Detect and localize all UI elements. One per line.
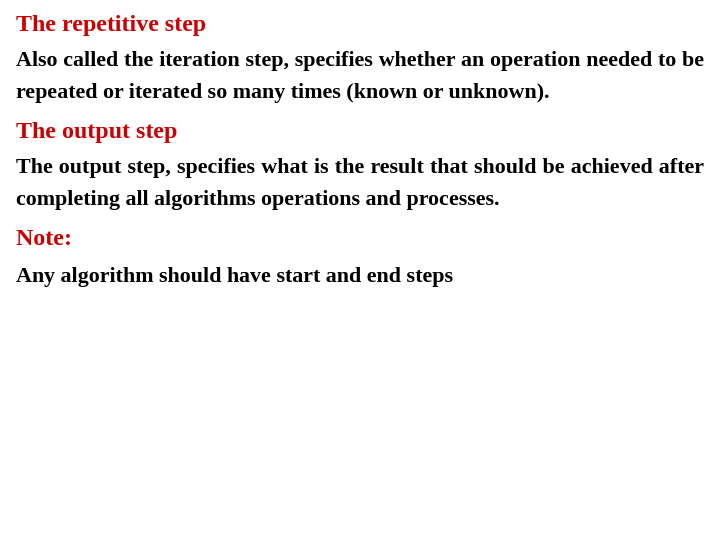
section-output-step: The output step The output step, specifi…	[16, 117, 704, 214]
paragraph-note: Any algorithm should have start and end …	[16, 259, 704, 291]
section-note: Note: Any algorithm should have start an…	[16, 224, 704, 291]
paragraph-output-step: The output step, specifies what is the r…	[16, 150, 704, 214]
page-content: The repetitive step Also called the iter…	[16, 10, 704, 290]
heading-note: Note:	[16, 224, 704, 251]
heading-output-step: The output step	[16, 117, 704, 144]
heading-repetitive-step: The repetitive step	[16, 10, 704, 37]
paragraph-repetitive-step: Also called the iteration step, specifie…	[16, 43, 704, 107]
section-repetitive-step: The repetitive step Also called the iter…	[16, 10, 704, 107]
